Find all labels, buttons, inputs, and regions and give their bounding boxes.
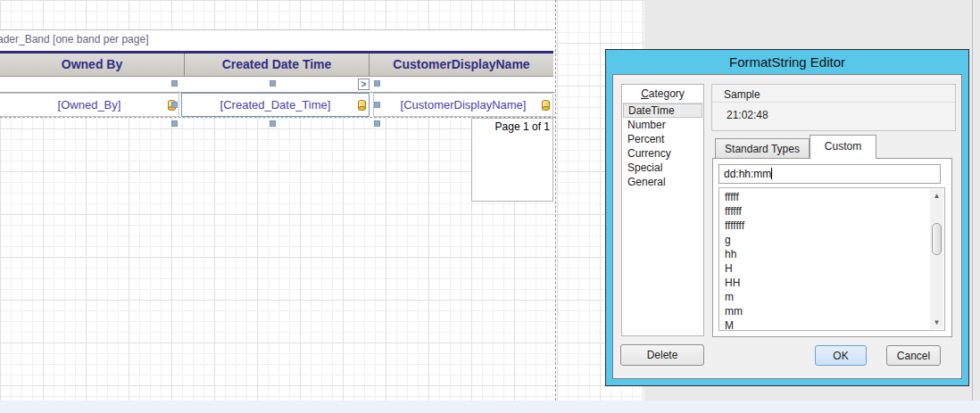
format-item[interactable]: M [719, 318, 929, 331]
category-label: Category [622, 85, 703, 103]
format-string-input[interactable]: dd:hh:mm [718, 164, 941, 184]
tab-standard-types[interactable]: Standard Types [715, 138, 810, 159]
selection-handle-middle-left[interactable] [171, 102, 178, 108]
table-header-owned-by[interactable]: Owned By [0, 54, 184, 76]
field-cell-created-date-time-selected[interactable]: [Created_Date_Time] [181, 93, 370, 117]
format-pattern-list[interactable]: fffff ffffff fffffff g hh H HH m mm M ▲ … [718, 187, 945, 331]
format-string-value: dd:hh:mm [724, 168, 771, 180]
format-item[interactable]: m [719, 290, 929, 304]
selection-handle-top-center[interactable] [270, 80, 276, 87]
page-info-label: Page 1 of 1 [495, 120, 550, 133]
sample-label: Sample [712, 85, 955, 103]
format-item[interactable]: fffffff [719, 219, 929, 233]
field-cell-label: [Owned_By] [58, 98, 121, 112]
table-header-customer-display-name[interactable]: CustomerDisplayName [369, 54, 553, 76]
selection-handle-bottom-left[interactable] [171, 120, 178, 127]
table-header-row: Owned By Created Date Time CustomerDispl… [0, 51, 553, 77]
category-item-currency[interactable]: Currency [623, 146, 702, 161]
scrollbar-thumb[interactable] [932, 223, 942, 255]
cancel-button[interactable]: Cancel [886, 345, 941, 366]
format-item[interactable]: hh [719, 247, 929, 261]
category-item-number[interactable]: Number [623, 118, 702, 132]
dialog-client-area: Category DateTime Number Percent Currenc… [612, 74, 962, 379]
selection-handle-middle-right[interactable] [374, 102, 380, 108]
dialog-title: FormatString Editor [606, 50, 968, 74]
field-cell-label: [Created_Date_Time] [220, 98, 331, 112]
text-caret [771, 168, 772, 179]
delete-button[interactable]: Delete [620, 344, 704, 366]
category-item-special[interactable]: Special [623, 161, 702, 175]
selection-handle-top-right[interactable] [374, 80, 380, 87]
sample-panel: Sample 21:02:48 [711, 84, 956, 131]
field-cell-customer-display-name[interactable]: [CustomerDisplayName] [373, 93, 553, 117]
category-item-percent[interactable]: Percent [623, 132, 702, 146]
selection-handle-top-left[interactable] [171, 80, 178, 87]
chevron-right-icon: > [361, 79, 367, 89]
field-cell-label: [CustomerDisplayName] [401, 98, 527, 112]
database-field-icon [542, 100, 550, 111]
category-item-general[interactable]: General [623, 175, 702, 189]
page-info-textbox[interactable]: Page 1 of 1 [471, 118, 553, 202]
footer-strip [0, 401, 980, 413]
format-item[interactable]: mm [719, 304, 929, 318]
smart-tag-button[interactable]: > [358, 78, 370, 90]
report-designer-screen: ader_Band [one band per page] Owned By C… [0, 0, 980, 413]
category-item-datetime[interactable]: DateTime [623, 103, 702, 118]
list-scrollbar[interactable]: ▲ ▼ [930, 189, 943, 329]
selection-handle-bottom-center[interactable] [270, 120, 276, 127]
sample-value: 21:02:48 [712, 103, 955, 121]
format-item[interactable]: HH [719, 276, 929, 290]
format-item[interactable]: ffffff [719, 204, 929, 219]
format-item[interactable]: fffff [719, 190, 929, 204]
category-panel: Category DateTime Number Percent Currenc… [621, 84, 704, 336]
format-item[interactable]: g [719, 233, 929, 247]
ok-button[interactable]: OK [815, 345, 867, 366]
formatstring-editor-dialog: FormatString Editor Category DateTime Nu… [605, 49, 969, 386]
scroll-up-icon[interactable]: ▲ [930, 189, 943, 202]
scroll-down-icon[interactable]: ▼ [930, 316, 943, 329]
window-edge-line [972, 0, 973, 401]
band-caption: ader_Band [one band per page] [0, 33, 148, 45]
selection-handle-bottom-right[interactable] [374, 120, 380, 127]
tab-custom[interactable]: Custom [810, 135, 876, 159]
page-margin-dashed-line [555, 0, 556, 401]
design-surface: ader_Band [one band per page] Owned By C… [0, 0, 644, 401]
field-cell-owned-by[interactable]: [Owned_By] [0, 93, 179, 117]
database-field-icon [358, 100, 366, 111]
table-header-created-date-time[interactable]: Created Date Time [184, 54, 369, 76]
format-item[interactable]: H [719, 261, 929, 276]
